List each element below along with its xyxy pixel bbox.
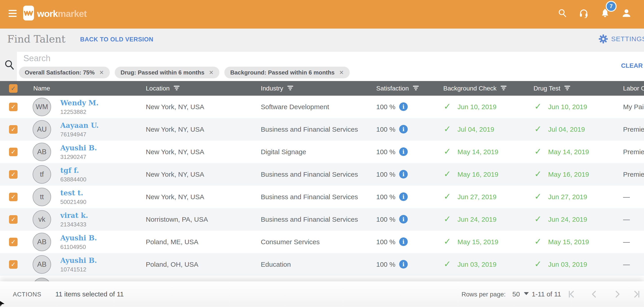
info-icon[interactable]: i — [399, 260, 408, 268]
column-header-name[interactable]: Name — [33, 81, 50, 96]
filter-icon[interactable] — [413, 86, 419, 91]
row-checkbox[interactable]: ✓ — [9, 103, 18, 111]
drug-test-pass-icon: ✓ — [534, 124, 542, 134]
labor-cloud-cell: — — [623, 238, 630, 246]
industry-cell: Digital Signage — [261, 148, 306, 156]
filter-icon[interactable] — [174, 86, 180, 91]
satisfaction-value: 100 % — [376, 238, 395, 246]
select-all-checkbox[interactable]: ✓ — [9, 84, 18, 93]
drug-test-pass-icon: ✓ — [534, 214, 542, 224]
location-cell: New York, NY, USA — [146, 170, 204, 178]
last-page-icon[interactable] — [632, 289, 642, 299]
user-profile-icon[interactable] — [622, 8, 632, 18]
filter-icon[interactable] — [564, 86, 570, 91]
rows-per-page-label: Rows per page: — [462, 291, 506, 298]
worker-name-link[interactable]: virat k. — [60, 211, 88, 220]
table-row: ✓AUAayaan U.76194947New York, NY, USABus… — [0, 118, 644, 141]
table-row: ✓ABAyushi B.61104950Poland, ME, USAConsu… — [0, 231, 644, 253]
worker-name-link[interactable]: Ayushi B. — [60, 256, 97, 264]
rows-per-page-caret-icon[interactable] — [524, 292, 529, 295]
drug-test-date: Jun 27, 2019 — [548, 193, 587, 201]
rows-per-page-select[interactable]: 50 — [512, 290, 520, 298]
worker-name-link[interactable]: tgf f. — [60, 166, 79, 174]
filter-chip-drug-passed-within-6-months[interactable]: Drug: Passed within 6 months✕ — [115, 66, 220, 78]
labor-cloud-cell: — — [623, 261, 630, 268]
labor-cloud-cell: Premie — [623, 170, 644, 178]
filter-icon[interactable] — [501, 86, 506, 91]
row-checkbox[interactable]: ✓ — [9, 193, 18, 201]
table-header: ✓ NameLocationIndustrySatisfactionBackgr… — [0, 81, 644, 96]
background-check-date: May 15, 2019 — [458, 238, 498, 246]
search-input[interactable]: Search — [24, 54, 50, 63]
drug-test-pass-icon: ✓ — [534, 259, 542, 269]
worker-name-link[interactable]: Ayushi B. — [60, 144, 97, 152]
worker-name-link[interactable]: Ayushi B. — [60, 234, 97, 242]
chip-close-icon[interactable]: ✕ — [339, 69, 344, 76]
background-check-pass-icon: ✓ — [444, 259, 451, 269]
info-icon[interactable]: i — [399, 192, 408, 201]
column-header-labor-cl[interactable]: Labor Cl — [623, 81, 644, 96]
industry-cell: Business and Financial Services — [261, 193, 358, 201]
column-header-industry[interactable]: Industry — [261, 81, 293, 96]
first-page-icon[interactable] — [566, 289, 577, 299]
actions-button[interactable]: ACTIONS — [13, 291, 42, 298]
location-cell: New York, NY, USA — [146, 126, 204, 133]
drug-test-date: May 16, 2019 — [548, 170, 589, 178]
next-page-icon[interactable] — [612, 289, 622, 299]
mouse-cursor — [0, 300, 6, 307]
info-icon[interactable]: i — [399, 215, 408, 224]
table-row: ✓tftgf f.63884400New York, NY, USABusine… — [0, 163, 644, 186]
filter-icon[interactable] — [287, 86, 293, 91]
settings-button[interactable]: SETTINGS — [598, 34, 644, 44]
chip-close-icon[interactable]: ✕ — [99, 69, 104, 76]
drug-test-pass-icon: ✓ — [534, 236, 542, 246]
row-checkbox[interactable]: ✓ — [9, 260, 18, 269]
column-label: Background Check — [443, 85, 496, 92]
background-check-date: May 14, 2019 — [458, 148, 498, 156]
worker-id: 76194947 — [60, 131, 86, 138]
row-checkbox[interactable]: ✓ — [9, 215, 18, 224]
info-icon[interactable]: i — [399, 170, 408, 178]
filter-chip-background-passed-within-6-months[interactable]: Background: Passed within 6 months✕ — [224, 66, 350, 78]
worker-name-link[interactable]: Aayaan U. — [60, 121, 99, 130]
brand-wordmark: workmarket — [37, 8, 87, 19]
top-app-bar: workmarket 7 — [0, 0, 644, 28]
info-icon[interactable]: i — [399, 125, 408, 134]
column-header-drug-test[interactable]: Drug Test — [534, 81, 570, 96]
row-checkbox[interactable]: ✓ — [9, 125, 18, 134]
column-header-location[interactable]: Location — [146, 81, 180, 96]
row-checkbox[interactable]: ✓ — [9, 148, 18, 156]
avatar: AB — [33, 255, 51, 274]
drug-test-pass-icon: ✓ — [534, 169, 542, 179]
industry-cell: Education — [261, 261, 291, 268]
chip-close-icon[interactable]: ✕ — [209, 69, 214, 76]
industry-cell: Software Development — [261, 103, 329, 111]
previous-page-icon[interactable] — [589, 289, 600, 299]
search-icon[interactable] — [557, 8, 567, 18]
row-checkbox[interactable]: ✓ — [9, 238, 18, 246]
column-header-satisfaction[interactable]: Satisfaction — [376, 81, 419, 96]
info-icon[interactable]: i — [399, 102, 408, 111]
info-icon[interactable]: i — [399, 148, 408, 156]
worker-name-link[interactable]: Wendy M. — [60, 99, 98, 107]
info-icon[interactable]: i — [399, 238, 408, 246]
column-header-background-check[interactable]: Background Check — [443, 81, 506, 96]
avatar: AB — [33, 143, 51, 161]
location-cell: New York, NY, USA — [146, 103, 204, 111]
column-label: Name — [33, 85, 50, 92]
hamburger-menu-icon[interactable] — [8, 10, 17, 19]
filter-chip-overall-satisfaction-75[interactable]: Overall Satisfaction: 75%✕ — [19, 66, 110, 78]
support-headset-icon[interactable] — [579, 8, 589, 18]
drug-test-date: Jun 10, 2019 — [548, 103, 587, 111]
background-check-pass-icon: ✓ — [444, 169, 451, 179]
column-label: Drug Test — [534, 85, 560, 92]
workmarket-logo-icon[interactable] — [23, 6, 34, 20]
satisfaction-value: 100 % — [376, 193, 395, 201]
clear-filters-link[interactable]: CLEAR — [621, 62, 643, 69]
find-talent-screen: workmarket 7 Find Talent BACK TO OLD VER… — [0, 0, 644, 307]
labor-cloud-cell: Premie — [623, 148, 644, 156]
back-to-old-version-link[interactable]: BACK TO OLD VERSION — [80, 36, 154, 43]
worker-name-link[interactable]: test t. — [60, 189, 83, 197]
background-check-pass-icon: ✓ — [444, 124, 451, 134]
row-checkbox[interactable]: ✓ — [9, 170, 18, 179]
